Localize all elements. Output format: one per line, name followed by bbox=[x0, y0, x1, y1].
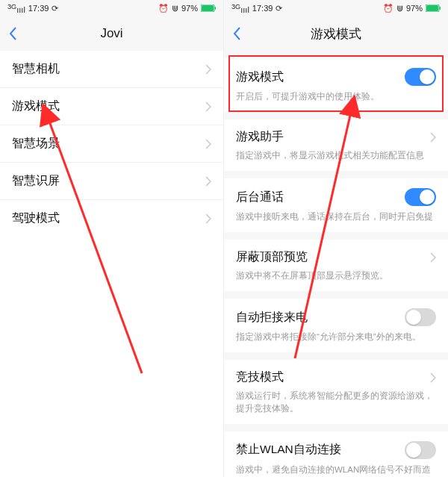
chevron-left-icon bbox=[233, 26, 242, 41]
sync-icon: ⟳ bbox=[276, 4, 282, 13]
status-bar: 3Gıııl 17:39 ⟳ ⏰ ⋓ 97% bbox=[0, 0, 223, 16]
row-label: 游戏模式 bbox=[236, 69, 284, 85]
row-label: 禁止WLAN自动连接 bbox=[236, 442, 341, 458]
back-button[interactable] bbox=[9, 26, 18, 41]
row-sub: 指定游戏中将拒接除“允许部分来电”外的来电。 bbox=[236, 331, 436, 343]
chevron-right-icon bbox=[205, 176, 211, 187]
row-background-call[interactable]: 后台通话 游戏中接听来电，通话保持在后台，同时开启免提 bbox=[224, 178, 448, 232]
signal-label: 3Gıııl bbox=[7, 3, 25, 14]
row-label: 游戏助手 bbox=[236, 129, 284, 145]
list-item-label: 游戏模式 bbox=[12, 99, 60, 114]
list-item-label: 智慧场景 bbox=[12, 136, 60, 152]
row-sub: 开启后，可提升游戏中的使用体验。 bbox=[236, 90, 436, 102]
toggle-game-mode[interactable] bbox=[405, 68, 436, 86]
list-item-smart-scene[interactable]: 智慧场景 bbox=[0, 125, 223, 162]
list-item-label: 智慧识屏 bbox=[12, 173, 60, 189]
chevron-right-icon bbox=[430, 132, 436, 143]
row-disable-wlan-auto[interactable]: 禁止WLAN自动连接 游戏中，避免自动连接的WLAN网络信号不好而造成 bbox=[224, 431, 448, 477]
row-label: 后台通话 bbox=[236, 190, 284, 205]
alarm-icon: ⏰ bbox=[158, 4, 169, 13]
time-label: 17:39 bbox=[252, 4, 273, 13]
row-sub: 游戏中将不在屏幕顶部显示悬浮预览。 bbox=[236, 269, 436, 281]
row-label: 自动拒接来电 bbox=[236, 310, 308, 325]
battery-icon bbox=[426, 4, 441, 12]
nav-bar: Jovi bbox=[0, 16, 223, 51]
alarm-icon: ⏰ bbox=[383, 4, 393, 13]
battery-label: 97% bbox=[406, 4, 423, 13]
phone-left: 3Gıııl 17:39 ⟳ ⏰ ⋓ 97% Jovi 智慧相机 bbox=[0, 0, 224, 477]
status-bar: 3Gıııl 17:39 ⟳ ⏰ ⋓ 97% bbox=[224, 0, 448, 16]
list-item-game-mode[interactable]: 游戏模式 bbox=[0, 87, 223, 125]
row-block-preview[interactable]: 屏蔽顶部预览 游戏中将不在屏幕顶部显示悬浮预览。 bbox=[224, 240, 448, 291]
row-game-mode[interactable]: 游戏模式 开启后，可提升游戏中的使用体验。 bbox=[224, 58, 448, 112]
wakeup-icon: ⋓ bbox=[172, 4, 178, 13]
row-label: 竞技模式 bbox=[236, 370, 284, 385]
svg-rect-6 bbox=[440, 7, 441, 10]
toggle-auto-reject[interactable] bbox=[405, 308, 436, 326]
row-sub: 游戏运行时，系统将智能分配更多的资源给游戏，提升竞技体验。 bbox=[236, 390, 436, 414]
nav-bar: 游戏模式 bbox=[224, 16, 448, 51]
chevron-right-icon bbox=[205, 139, 211, 149]
list-item-label: 智慧相机 bbox=[12, 61, 60, 77]
settings-list: 游戏模式 开启后，可提升游戏中的使用体验。 游戏助手 指定游戏中，将显示游戏模式… bbox=[224, 51, 448, 477]
page-title: 游戏模式 bbox=[224, 25, 448, 43]
svg-rect-1 bbox=[202, 5, 214, 11]
back-button[interactable] bbox=[233, 26, 242, 41]
toggle-disable-wlan[interactable] bbox=[405, 441, 436, 459]
row-sub: 指定游戏中，将显示游戏模式相关功能配置信息 bbox=[236, 149, 436, 161]
chevron-left-icon bbox=[9, 26, 18, 41]
list-item-driving-mode[interactable]: 驾驶模式 bbox=[0, 199, 223, 237]
svg-rect-5 bbox=[426, 5, 438, 11]
battery-icon bbox=[201, 4, 216, 12]
row-label: 屏蔽顶部预览 bbox=[236, 249, 308, 265]
row-competitive-mode[interactable]: 竞技模式 游戏运行时，系统将智能分配更多的资源给游戏，提升竞技体验。 bbox=[224, 360, 448, 423]
list-item-smart-screen[interactable]: 智慧识屏 bbox=[0, 162, 223, 199]
chevron-right-icon bbox=[205, 213, 211, 224]
signal-label: 3Gıııl bbox=[231, 3, 249, 14]
row-sub: 游戏中，避免自动连接的WLAN网络信号不好而造成 bbox=[236, 464, 436, 477]
chevron-right-icon bbox=[205, 64, 211, 75]
sync-icon: ⟳ bbox=[52, 4, 58, 13]
list-item-label: 驾驶模式 bbox=[12, 211, 60, 226]
row-game-assistant[interactable]: 游戏助手 指定游戏中，将显示游戏模式相关功能配置信息 bbox=[224, 119, 448, 171]
settings-list: 智慧相机 游戏模式 智慧场景 智慧识屏 bbox=[0, 51, 223, 477]
chevron-right-icon bbox=[430, 252, 436, 263]
list-item-smart-camera[interactable]: 智慧相机 bbox=[0, 51, 223, 87]
page-title: Jovi bbox=[0, 26, 223, 41]
toggle-background-call[interactable] bbox=[405, 188, 436, 206]
row-auto-reject-call[interactable]: 自动拒接来电 指定游戏中将拒接除“允许部分来电”外的来电。 bbox=[224, 299, 448, 352]
time-label: 17:39 bbox=[28, 4, 49, 13]
wakeup-icon: ⋓ bbox=[396, 4, 403, 13]
row-sub: 游戏中接听来电，通话保持在后台，同时开启免提 bbox=[236, 211, 436, 222]
battery-label: 97% bbox=[181, 4, 198, 13]
svg-rect-2 bbox=[215, 7, 217, 10]
chevron-right-icon bbox=[205, 102, 211, 112]
chevron-right-icon bbox=[430, 372, 436, 383]
phone-right: 3Gıııl 17:39 ⟳ ⏰ ⋓ 97% 游戏模式 游戏模式 bbox=[224, 0, 448, 477]
